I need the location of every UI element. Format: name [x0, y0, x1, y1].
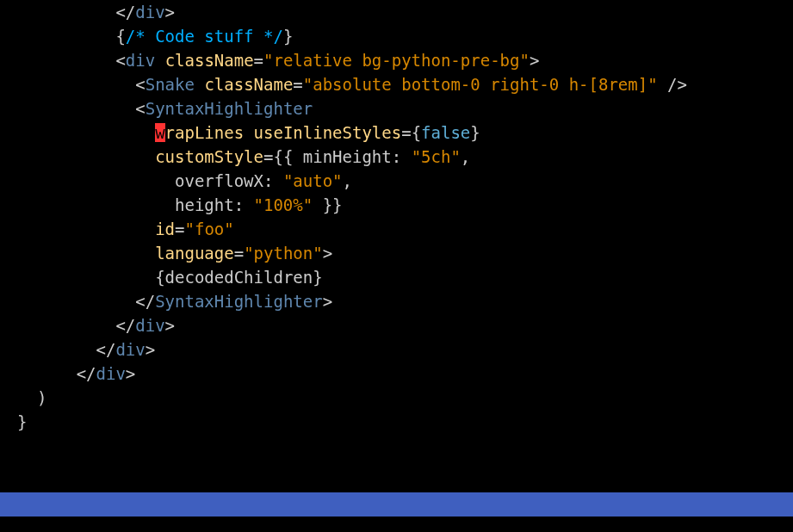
- code-line[interactable]: </div>: [17, 337, 793, 362]
- code-line[interactable]: <Snake className="absolute bottom-0 righ…: [17, 72, 793, 96]
- cursor: w: [155, 123, 164, 142]
- code-line[interactable]: height: "100%" }}: [17, 193, 793, 217]
- code-line[interactable]: </div>: [17, 0, 793, 24]
- code-editor[interactable]: </div> {/* Code stuff */} <div className…: [0, 0, 793, 532]
- code-line[interactable]: <div className="relative bg-python-pre-b…: [17, 48, 793, 72]
- code-line[interactable]: {decodedChildren}: [17, 265, 793, 289]
- code-line[interactable]: {/* Code stuff */}: [17, 24, 793, 48]
- code-line[interactable]: </div>: [17, 313, 793, 337]
- code-line[interactable]: </div>: [17, 362, 793, 386]
- code-line[interactable]: customStyle={{ minHeight: "5ch",: [17, 145, 793, 169]
- code-line[interactable]: ): [17, 386, 793, 410]
- code-line[interactable]: id="foo": [17, 217, 793, 241]
- code-line[interactable]: <SyntaxHighlighter: [17, 96, 793, 121]
- code-line[interactable]: wrapLines useInlineStyles={false}: [17, 121, 793, 145]
- code-line[interactable]: </SyntaxHighlighter>: [17, 289, 793, 313]
- code-line[interactable]: }: [17, 410, 793, 434]
- mode-line: U:**- CodeWindow.tsx Bot of 2.0k (33,12)…: [0, 492, 793, 517]
- code-line[interactable]: language="python">: [17, 241, 793, 265]
- code-line[interactable]: overflowX: "auto",: [17, 169, 793, 193]
